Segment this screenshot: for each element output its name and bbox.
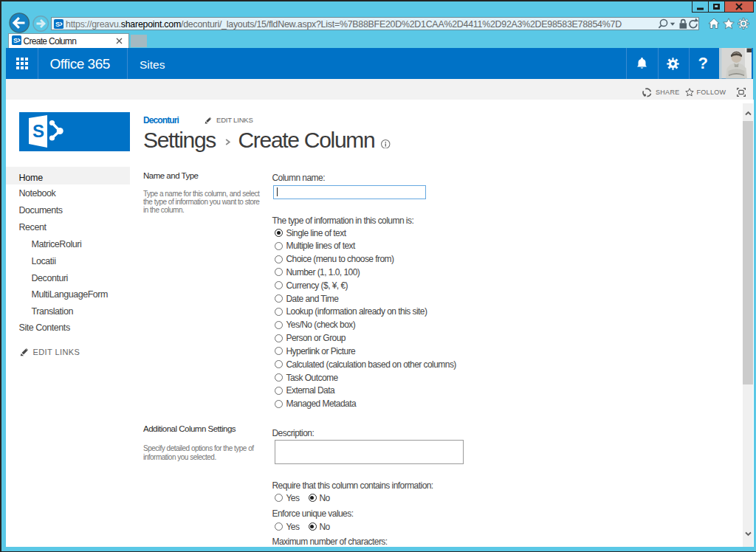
svg-text:S: S xyxy=(32,121,44,141)
svg-text:S: S xyxy=(55,21,60,28)
svg-text:S: S xyxy=(13,37,18,44)
